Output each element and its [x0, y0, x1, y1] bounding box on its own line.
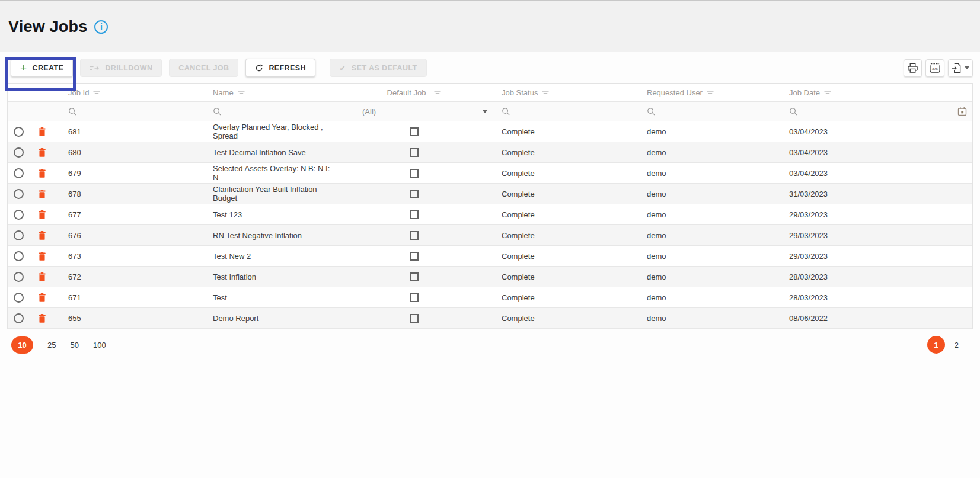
page-size-10[interactable]: 10	[11, 336, 33, 354]
row-select-cell	[8, 308, 29, 328]
job-name-cell: Selected Assets Overlay: N B: N I: N	[207, 163, 333, 183]
row-select-cell	[8, 142, 29, 162]
default-job-checkbox[interactable]	[410, 148, 419, 157]
calendar-icon[interactable]	[957, 107, 967, 116]
requested-user-cell: demo	[641, 287, 783, 307]
job-name-cell: Test	[207, 287, 333, 307]
create-button[interactable]: + CREATE	[11, 59, 73, 77]
filter-job-date[interactable]	[783, 102, 972, 121]
filter-row: (All)	[8, 101, 972, 121]
filter-name[interactable]	[207, 102, 333, 121]
delete-icon[interactable]	[38, 293, 46, 303]
requested-user-cell: demo	[641, 163, 783, 183]
job-name-cell: Overlay Planned Year, Blocked , Spread	[207, 121, 333, 142]
default-job-checkbox[interactable]	[410, 190, 419, 198]
default-job-checkbox[interactable]	[410, 210, 419, 219]
create-button-label: CREATE	[33, 64, 64, 72]
default-job-checkbox[interactable]	[410, 169, 419, 178]
job-date-cell: 28/03/2023	[783, 287, 972, 307]
filter-job-id[interactable]	[55, 102, 207, 121]
page-size-50[interactable]: 50	[70, 341, 78, 349]
filter-job-status[interactable]	[496, 102, 641, 121]
chevron-down-icon[interactable]	[483, 110, 487, 113]
column-header-name[interactable]: Name	[207, 84, 333, 101]
default-job-checkbox[interactable]	[410, 272, 419, 281]
row-radio-button[interactable]	[14, 168, 24, 178]
default-job-checkbox[interactable]	[410, 293, 419, 302]
page-size-25[interactable]: 25	[47, 341, 56, 349]
job-name-cell: Test Inflation	[207, 267, 333, 287]
row-select-cell	[8, 287, 29, 307]
delete-icon[interactable]	[38, 251, 46, 261]
row-delete-cell	[29, 204, 55, 224]
row-delete-cell	[29, 121, 55, 142]
job-id-cell: 671	[55, 287, 207, 307]
delete-icon[interactable]	[38, 189, 46, 199]
default-job-cell	[333, 225, 496, 245]
job-id-cell: 672	[55, 267, 207, 287]
job-id-cell: 677	[55, 204, 207, 224]
header-filter-icon[interactable]	[707, 90, 714, 95]
default-job-cell	[333, 163, 496, 183]
column-header-job-date[interactable]: Job Date	[783, 84, 972, 101]
info-icon[interactable]: i	[94, 20, 108, 34]
drilldown-button-label: DRILLDOWN	[105, 64, 152, 72]
column-header-label: Job Id	[68, 88, 89, 97]
row-radio-button[interactable]	[14, 210, 24, 220]
column-header-requested-user[interactable]: Requested User	[641, 84, 783, 101]
row-radio-button[interactable]	[14, 127, 24, 137]
page-size-100[interactable]: 100	[93, 341, 106, 349]
row-radio-button[interactable]	[14, 189, 24, 199]
check-icon: ✓	[339, 63, 346, 73]
header-filter-icon[interactable]	[238, 90, 245, 95]
column-header-default-job[interactable]: Default Job	[333, 84, 496, 101]
search-icon	[502, 107, 510, 116]
header-filter-icon[interactable]	[542, 90, 549, 95]
requested-user-cell: demo	[641, 246, 783, 266]
requested-user-cell: demo	[641, 121, 783, 142]
delete-icon[interactable]	[38, 272, 46, 282]
row-radio-button[interactable]	[14, 147, 24, 158]
refresh-button[interactable]: REFRESH	[245, 59, 315, 77]
print-button[interactable]	[904, 59, 922, 77]
delete-icon[interactable]	[38, 230, 46, 240]
cancel-job-button: CANCEL JOB	[169, 59, 238, 77]
requested-user-cell: demo	[641, 142, 783, 162]
default-job-cell	[333, 204, 496, 224]
default-job-checkbox[interactable]	[410, 127, 419, 136]
row-radio-button[interactable]	[14, 230, 24, 240]
drilldown-icon	[90, 65, 100, 72]
row-radio-button[interactable]	[14, 293, 24, 303]
column-header-job-status[interactable]: Job Status	[496, 84, 641, 101]
header-filter-icon[interactable]	[824, 90, 831, 95]
row-radio-button[interactable]	[14, 313, 24, 323]
job-name-cell: Test New 2	[207, 246, 333, 266]
header-filter-icon[interactable]	[93, 90, 100, 95]
job-id-cell: 655	[55, 308, 207, 328]
job-id-cell: 680	[55, 142, 207, 162]
header-filter-icon[interactable]	[434, 90, 441, 95]
delete-icon[interactable]	[38, 168, 46, 178]
row-radio-button[interactable]	[14, 272, 24, 282]
page-header: View Jobs i	[0, 1, 980, 52]
filter-requested-user[interactable]	[641, 102, 783, 121]
delete-icon[interactable]	[38, 147, 46, 158]
column-header-job-id[interactable]: Job Id	[55, 84, 207, 101]
default-job-checkbox[interactable]	[410, 231, 419, 240]
row-radio-button[interactable]	[14, 251, 24, 261]
default-job-checkbox[interactable]	[410, 252, 419, 261]
requested-user-cell: demo	[641, 225, 783, 245]
delete-icon[interactable]	[38, 127, 46, 137]
page-2[interactable]: 2	[955, 341, 959, 349]
table-header-row: Job Id Name Default Job Job Status Reque…	[8, 84, 972, 101]
filter-default-job-select[interactable]: (All)	[333, 102, 496, 121]
page-1[interactable]: 1	[927, 336, 945, 354]
default-job-checkbox[interactable]	[410, 314, 419, 323]
job-name-cell: Demo Report	[207, 308, 333, 328]
export-code-button[interactable]: </>	[925, 59, 944, 77]
export-button[interactable]	[948, 59, 973, 77]
delete-icon[interactable]	[38, 313, 46, 323]
row-select-cell	[8, 204, 29, 224]
delete-icon[interactable]	[38, 210, 46, 220]
table-row: 679 Selected Assets Overlay: N B: N I: N…	[8, 163, 972, 184]
